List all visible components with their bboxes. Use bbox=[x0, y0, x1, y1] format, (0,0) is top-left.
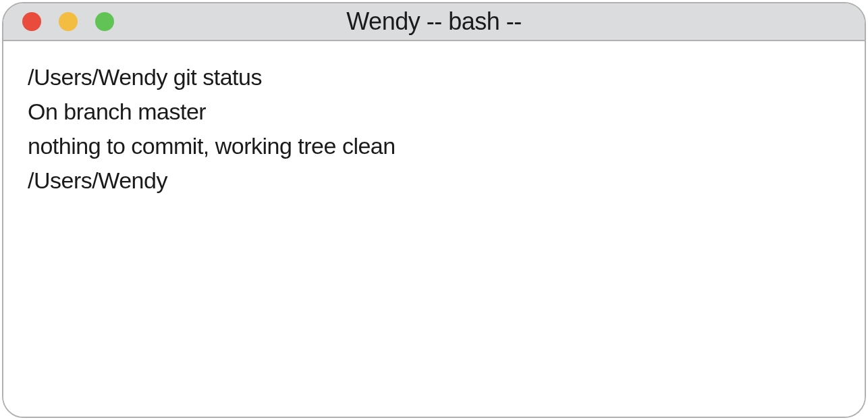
maximize-button[interactable] bbox=[95, 12, 114, 31]
terminal-line: nothing to commit, working tree clean bbox=[28, 129, 840, 163]
close-button[interactable] bbox=[22, 12, 41, 31]
terminal-line: /Users/Wendy bbox=[28, 163, 840, 198]
title-bar: Wendy -- bash -- bbox=[3, 3, 865, 41]
terminal-window: Wendy -- bash -- /Users/Wendy git status… bbox=[2, 2, 866, 418]
terminal-line: On branch master bbox=[28, 95, 840, 129]
terminal-body[interactable]: /Users/Wendy git status On branch master… bbox=[3, 41, 865, 417]
traffic-lights bbox=[3, 12, 114, 31]
minimize-button[interactable] bbox=[59, 12, 78, 31]
window-title: Wendy -- bash -- bbox=[3, 7, 865, 36]
terminal-line: /Users/Wendy git status bbox=[28, 60, 840, 95]
